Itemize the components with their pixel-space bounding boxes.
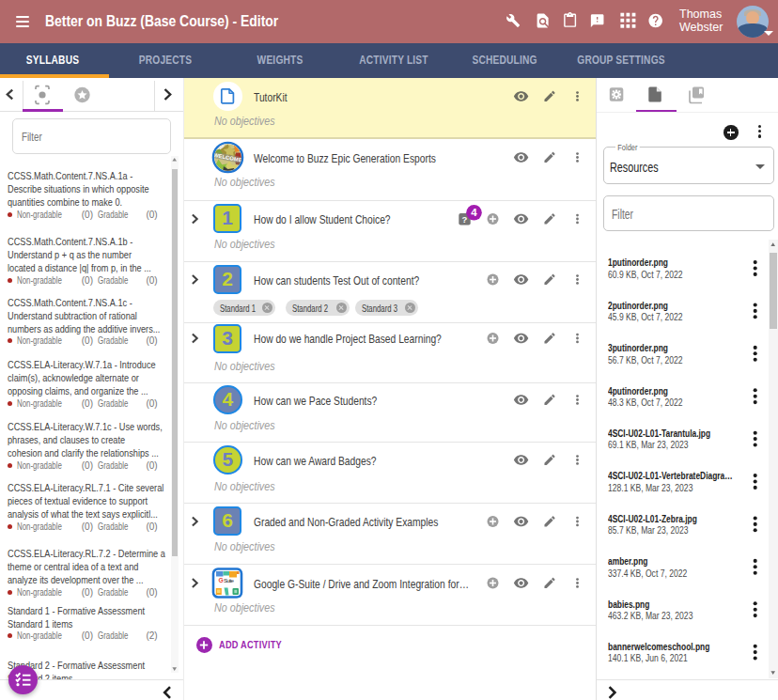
svg-text:Suite: Suite <box>224 577 235 583</box>
svg-text:G: G <box>219 577 224 583</box>
svg-text:4: 4 <box>471 207 477 218</box>
svg-text:?: ? <box>462 214 468 225</box>
